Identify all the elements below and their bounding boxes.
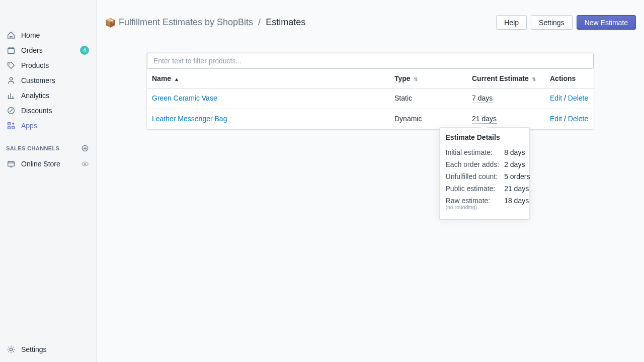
sidebar-item-label: Home [21,31,89,39]
sidebar-item-label: Settings [21,345,89,353]
products-icon [6,60,16,70]
estimate-value[interactable]: 7 days [472,94,493,103]
breadcrumb-sep: / [258,17,261,28]
sales-channels-title: SALES CHANNELS [6,145,59,151]
sidebar-item-discounts[interactable]: Discounts [0,103,96,118]
detail-sub: (no rounding) [446,205,500,211]
home-icon [6,30,16,40]
sidebar-item-settings[interactable]: Settings [0,342,96,357]
orders-badge: 4 [80,46,89,55]
svg-rect-4 [8,123,11,125]
customers-icon [6,75,16,85]
detail-val: 2 days [499,158,530,170]
th-estimate[interactable]: Current Estimate ⇅ [467,69,545,88]
svg-point-2 [10,77,12,80]
svg-rect-6 [12,127,15,129]
table-row: Green Ceramic Vase Static 7 days Edit / … [147,88,594,109]
detail-val: 21 days [499,183,530,195]
svg-rect-5 [8,127,11,129]
type-cell: Dynamic [389,109,467,130]
popover-title: Estimate Details [446,133,523,141]
detail-key: Each order adds: [446,158,500,170]
svg-point-9 [84,163,86,164]
sidebar-item-label: Customers [21,76,89,84]
apps-icon [6,121,16,131]
topbar: 📦 Fulfillment Estimates by ShopBits / Es… [97,0,644,45]
action-sep: / [562,94,568,102]
package-icon: 📦 [105,18,114,27]
type-cell: Static [389,88,467,109]
table-row: Leather Messenger Bag Dynamic 21 days Es… [147,109,594,130]
sidebar: Home Orders 4 Products Customers Analyti… [0,0,97,362]
sort-icon: ⇅ [414,76,418,82]
edit-link[interactable]: Edit [550,115,562,123]
edit-link[interactable]: Edit [550,94,562,102]
gear-icon [6,344,16,354]
sidebar-item-label: Discounts [21,107,89,115]
svg-point-10 [10,348,12,350]
product-link[interactable]: Green Ceramic Vase [152,94,217,102]
breadcrumb: 📦 Fulfillment Estimates by ShopBits / Es… [105,17,305,28]
sidebar-item-label: Orders [21,46,80,54]
th-name[interactable]: Name ▲ [147,69,389,88]
estimate-details-popover: Estimate Details Initial estimate:8 days… [439,128,530,219]
sidebar-item-products[interactable]: Products [0,58,96,73]
main: 📦 Fulfillment Estimates by ShopBits / Es… [97,0,644,362]
sort-icon: ⇅ [532,76,536,82]
detail-key: Public estimate: [446,183,500,195]
new-estimate-button[interactable]: New Estimate [577,15,636,30]
sort-asc-icon: ▲ [174,76,179,82]
filter-input[interactable] [147,53,594,69]
detail-key: Initial estimate: [446,146,500,158]
view-store-icon[interactable] [81,160,89,168]
sidebar-item-online-store[interactable]: Online Store [0,156,96,171]
estimates-table: Name ▲ Type ⇅ Current Estimate ⇅ Actions… [147,69,594,129]
svg-point-1 [9,63,10,64]
delete-link[interactable]: Delete [568,94,588,102]
sidebar-item-label: Online Store [21,160,81,168]
sidebar-item-orders[interactable]: Orders 4 [0,43,96,58]
store-icon [6,159,16,169]
sidebar-item-analytics[interactable]: Analytics [0,88,96,103]
add-channel-icon[interactable] [81,144,89,152]
sidebar-item-label: Analytics [21,92,89,100]
settings-button[interactable]: Settings [531,15,573,30]
sidebar-item-apps[interactable]: Apps [0,118,96,133]
estimate-value[interactable]: 21 days Estimate Details Initial estimat… [472,115,497,124]
detail-val: 18 days [499,195,530,213]
th-type[interactable]: Type ⇅ [389,69,467,88]
discounts-icon [6,106,16,116]
sidebar-item-customers[interactable]: Customers [0,73,96,88]
svg-rect-0 [8,48,15,53]
breadcrumb-current: Estimates [266,17,305,28]
detail-key: Raw estimate:(no rounding) [446,195,500,213]
sales-channels-header: SALES CHANNELS [0,144,96,152]
delete-link[interactable]: Delete [568,115,588,123]
action-sep: / [562,115,568,123]
product-link[interactable]: Leather Messenger Bag [152,115,227,123]
sidebar-item-label: Products [21,61,89,69]
th-actions: Actions [545,69,594,88]
detail-val: 8 days [499,146,530,158]
orders-icon [6,45,16,55]
help-button[interactable]: Help [496,15,527,30]
sidebar-item-label: Apps [21,122,89,130]
analytics-icon [6,90,16,101]
sidebar-item-home[interactable]: Home [0,28,96,43]
estimates-card: Name ▲ Type ⇅ Current Estimate ⇅ Actions… [147,53,594,129]
svg-rect-8 [8,162,15,166]
breadcrumb-app[interactable]: Fulfillment Estimates by ShopBits [119,17,253,28]
detail-val: 5 orders [499,170,530,183]
detail-key: Unfulfilled count: [446,170,500,183]
